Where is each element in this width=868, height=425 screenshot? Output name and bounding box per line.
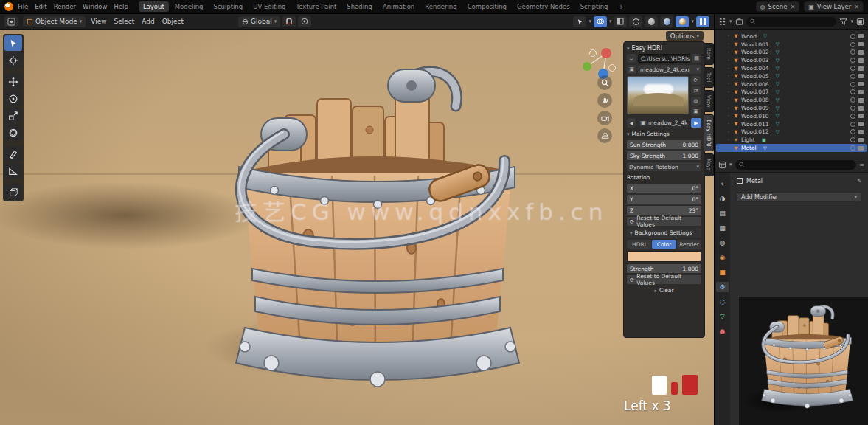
tool-move[interactable]	[4, 74, 22, 89]
object-name[interactable]: Wood.012	[741, 128, 769, 135]
background-settings-header[interactable]: ▾ Background Settings	[627, 228, 701, 238]
outliner-row[interactable]: · ▼ Wood.001 ▽	[716, 41, 867, 49]
outliner-row[interactable]: · ▼ Wood.012 ▽	[716, 128, 867, 137]
clear-section-header[interactable]: ▸ Clear	[627, 286, 701, 294]
background-mode-tab[interactable]: HDRI	[627, 240, 651, 249]
disable-in-render-toggle[interactable]	[858, 98, 864, 103]
workspace-tab[interactable]: Scripting	[576, 1, 613, 12]
editor-type-icon[interactable]	[4, 16, 18, 27]
camera-view-icon[interactable]	[597, 111, 612, 125]
sidebar-tab[interactable]: Item	[704, 43, 714, 65]
sidebar-tab[interactable]: View	[704, 90, 714, 113]
object-name[interactable]: Metal	[741, 145, 757, 151]
workspace-tab[interactable]: Rendering	[420, 1, 461, 12]
outliner-row[interactable]: · ▼ Wood.008 ▽	[716, 96, 867, 104]
workspace-tab[interactable]: Sculpting	[209, 1, 247, 12]
rotation-mode-dropdown[interactable]: Dynamic Rotation ▾	[627, 162, 701, 171]
viewport-menu-item[interactable]: Select	[114, 18, 135, 25]
disable-in-render-toggle[interactable]	[858, 58, 864, 63]
hide-in-viewport-toggle[interactable]	[850, 66, 855, 71]
hide-in-viewport-toggle[interactable]	[850, 137, 855, 142]
load-image-icon[interactable]: ▣	[691, 107, 701, 116]
hide-in-viewport-toggle[interactable]	[850, 58, 855, 63]
object-name[interactable]: Wood.001	[741, 41, 769, 48]
properties-filter-icon[interactable]: ≡	[859, 162, 864, 168]
filter-icon[interactable]	[839, 18, 847, 26]
remove-view-layer-icon[interactable]: ✕	[854, 4, 859, 10]
tool-annotate[interactable]	[4, 146, 22, 162]
viewport-3d[interactable]: 技艺CG www.qdnxxfb.cn	[0, 30, 714, 425]
tool-transform[interactable]	[4, 125, 22, 140]
properties-search[interactable]	[735, 160, 857, 170]
viewport-menu-item[interactable]: Add	[142, 18, 154, 25]
outliner-row[interactable]: · ▼ Wood.004 ▽	[716, 64, 867, 72]
hdri-path-field[interactable]: C:\Users\...\HDRIs\	[638, 54, 690, 63]
hdri-file-dropdown[interactable]: meadow_2_4k.exr ▾	[638, 65, 701, 74]
hdri-nav-name[interactable]: ▣ meadow_2_4k	[637, 118, 690, 128]
workspace-tab[interactable]: Shading	[342, 1, 377, 12]
outliner-row[interactable]: · ▼ Wood.006 ▽	[716, 80, 867, 89]
hide-in-viewport-toggle[interactable]	[850, 89, 855, 94]
shading-wireframe-icon[interactable]	[629, 16, 642, 27]
tool-cursor[interactable]	[4, 52, 22, 68]
properties-tab[interactable]: ◌	[716, 297, 729, 307]
properties-tab[interactable]: ▤	[716, 208, 729, 218]
object-name[interactable]: Wood.005	[741, 73, 769, 80]
properties-tab[interactable]: ●	[716, 326, 729, 336]
tool-scale[interactable]	[4, 108, 22, 123]
unlink-scene-icon[interactable]: ✕	[790, 4, 795, 10]
swap-icon[interactable]: ⇄	[691, 86, 701, 95]
menu-item[interactable]: Window	[83, 3, 108, 10]
pause-icon[interactable]	[696, 16, 709, 27]
outliner-search[interactable]	[746, 17, 837, 27]
properties-tab[interactable]: ■	[716, 267, 729, 277]
disable-in-render-toggle[interactable]	[858, 106, 864, 111]
view-layer-selector[interactable]: ▣ View Layer ✕	[804, 1, 864, 12]
blender-logo-icon[interactable]	[4, 2, 13, 11]
transform-orientation[interactable]: Global ▾	[238, 16, 280, 27]
sky-strength-slider[interactable]: Sky Strength 1.000	[627, 151, 701, 160]
hide-in-viewport-toggle[interactable]	[850, 82, 855, 87]
refresh-icon[interactable]: ⟳	[691, 76, 701, 85]
outliner-row[interactable]: · ▼ Metal ▽	[716, 144, 867, 152]
panel-title-row[interactable]: ▾ Easy HDRI	[627, 45, 701, 52]
shading-material-icon[interactable]	[660, 16, 673, 27]
outliner-row[interactable]: · ▼ Wood.007 ▽	[716, 89, 867, 97]
sidebar-tab[interactable]: Easy HDRI	[704, 114, 714, 151]
previous-hdri-button[interactable]: ◀	[627, 118, 636, 128]
disable-in-render-toggle[interactable]	[858, 66, 864, 71]
outliner-row[interactable]: · ▼ Wood.011 ▽	[716, 120, 867, 128]
disable-in-render-toggle[interactable]	[858, 42, 864, 46]
xray-toggle[interactable]	[614, 16, 627, 27]
main-settings-header[interactable]: ▾ Main Settings	[627, 130, 701, 138]
hdri-preview-thumbnail[interactable]	[627, 76, 689, 114]
properties-editor-icon[interactable]	[718, 161, 726, 169]
outliner-display-mode-icon[interactable]	[718, 18, 726, 26]
overlays-toggle[interactable]	[594, 16, 607, 27]
reset-values-button[interactable]: ⟳ Reset to Default Values	[627, 217, 701, 226]
hide-in-viewport-toggle[interactable]	[850, 129, 855, 134]
pin-icon[interactable]: ✎	[857, 178, 862, 184]
workspace-tab[interactable]: UV Editing	[249, 1, 290, 12]
outliner-search-input[interactable]	[757, 18, 833, 25]
mode-selector[interactable]: Object Mode ▾	[23, 16, 86, 27]
menu-item[interactable]: Render	[54, 3, 76, 10]
disable-in-render-toggle[interactable]	[858, 138, 864, 142]
properties-tab[interactable]: ◑	[716, 193, 729, 204]
disable-in-render-toggle[interactable]	[858, 130, 864, 134]
outliner-options-icon[interactable]	[856, 18, 864, 26]
hide-in-viewport-toggle[interactable]	[850, 34, 855, 39]
shading-rendered-icon[interactable]	[676, 16, 689, 27]
hide-in-viewport-toggle[interactable]	[850, 122, 855, 127]
object-name[interactable]: Light	[741, 137, 755, 143]
grid-perspective-icon[interactable]	[597, 128, 612, 143]
pan-hand-icon[interactable]	[597, 93, 612, 108]
properties-tab[interactable]: ▽	[716, 311, 729, 322]
gizmo-toggle[interactable]	[573, 16, 586, 27]
background-mode-tab[interactable]: Render	[677, 240, 701, 249]
workspace-tab[interactable]: Geometry Nodes	[513, 1, 574, 12]
outliner-row[interactable]: · ▼ Wood.005 ▽	[716, 72, 867, 80]
viewport-menu-item[interactable]: View	[91, 18, 106, 25]
sidebar-tab[interactable]: Keys	[704, 153, 714, 176]
proportional-editing-icon[interactable]	[298, 16, 311, 27]
